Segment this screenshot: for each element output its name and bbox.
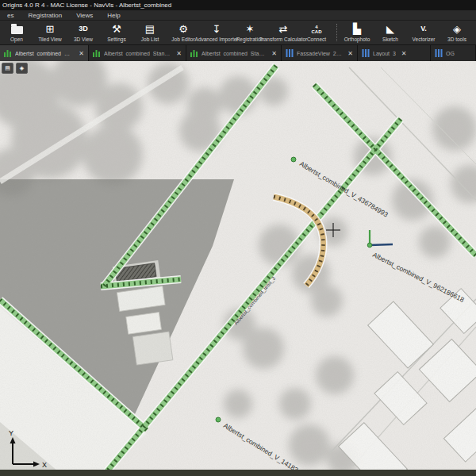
menu-item-views[interactable]: Views — [69, 10, 100, 21]
import-icon: ↧ — [213, 22, 221, 36]
layers-button[interactable]: ▤ — [2, 63, 13, 74]
sketch-button[interactable]: ◣ Sketch — [374, 21, 407, 44]
tiled-view-button[interactable]: ⊞ Tiled View — [33, 21, 67, 44]
vectorizer-icon: V. — [420, 22, 427, 36]
menu-bar: es Registration Views Help — [0, 10, 476, 21]
orthophoto-icon: ▙ — [353, 22, 361, 36]
tab-standard-top[interactable]: Albertst_combined_Standard_Top ✕ — [0, 45, 89, 61]
close-icon[interactable]: ✕ — [79, 50, 84, 57]
layout-view-icon — [286, 49, 294, 57]
close-icon[interactable]: ✕ — [176, 50, 182, 57]
registration-icon: ✶ — [246, 22, 255, 36]
3d-view-icon: 3D — [79, 22, 88, 36]
orthophoto-view-icon — [190, 49, 198, 57]
tab-fassadeview[interactable]: FassadeView_2_1 ✕ — [282, 45, 358, 61]
toolbar-separator — [336, 24, 337, 41]
orthophoto-view-icon — [93, 49, 101, 57]
3d-view-button[interactable]: 3D 3D View — [67, 21, 100, 44]
close-icon[interactable]: ✕ — [401, 50, 407, 57]
open-button[interactable]: Open — [0, 21, 33, 44]
point-cloud-viewport[interactable]: ▤ ◈ — [0, 61, 476, 476]
transform-icon: ⇄ — [279, 22, 288, 36]
layout-view-icon — [362, 49, 370, 57]
tab-og[interactable]: OG — [431, 45, 476, 61]
pointcloud-grain — [0, 61, 476, 476]
settings-button[interactable]: ⚒ Settings — [100, 21, 133, 44]
advanced-importer-button[interactable]: ↧ Advanced Importer — [200, 21, 233, 44]
layout-view-icon — [435, 49, 443, 57]
tiled-view-icon: ⊞ — [46, 22, 55, 36]
tools-icon: ⚒ — [112, 22, 121, 36]
menu-item-help[interactable]: Help — [100, 10, 127, 21]
gear-icon: ⚙ — [178, 22, 188, 36]
sketch-icon: ◣ — [386, 22, 394, 36]
axis-x-label: X — [42, 461, 47, 469]
folder-icon — [11, 22, 23, 36]
orthophoto-button[interactable]: ▙ Orthophoto — [340, 21, 374, 44]
job-list-icon: ▤ — [145, 22, 155, 36]
main-toolbar: Open ⊞ Tiled View 3D 3D View ⚒ Settings … — [0, 21, 476, 45]
view-mode-button[interactable]: ◈ — [16, 63, 28, 74]
3d-tools-button[interactable]: ◈ 3D tools — [440, 21, 474, 44]
orthophoto-view-icon — [4, 49, 12, 57]
tab-standard-left[interactable]: Albertst_combined_Standard_Left ✕ — [186, 45, 282, 61]
map-canvas: Albertst_combined_V_436784993 Albertst_c… — [0, 61, 476, 476]
vectorizer-button[interactable]: V. Vectorizer — [407, 21, 440, 44]
window-title: Origins 4.0 R 4 - MAC License - NavVis -… — [2, 2, 171, 9]
title-bar: Origins 4.0 R 4 - MAC License - NavVis -… — [0, 0, 476, 10]
cad-connect-icon: 4CAD — [312, 22, 322, 36]
status-bar — [0, 470, 476, 476]
menu-item[interactable]: es — [0, 10, 21, 21]
view-tab-bar: Albertst_combined_Standard_Top ✕ Alberts… — [0, 45, 476, 61]
transform-calculator-button[interactable]: ⇄ Transform Calculator — [267, 21, 300, 44]
connect-button[interactable]: 4CAD Connect — [300, 21, 333, 44]
close-icon[interactable]: ✕ — [271, 50, 277, 57]
axis-y-label: Y — [9, 429, 13, 437]
application-window: Origins 4.0 R 4 - MAC License - NavVis -… — [0, 0, 476, 476]
job-list-button[interactable]: ▤ Job List — [133, 21, 167, 44]
tab-standard-front[interactable]: Albertst_combined_Standard_Front ✕ — [89, 45, 186, 61]
tab-layout-3[interactable]: Layout_3 ✕ — [358, 45, 431, 61]
menu-item-registration[interactable]: Registration — [21, 10, 69, 21]
close-icon[interactable]: ✕ — [347, 50, 353, 57]
cube-icon: ◈ — [453, 22, 461, 36]
